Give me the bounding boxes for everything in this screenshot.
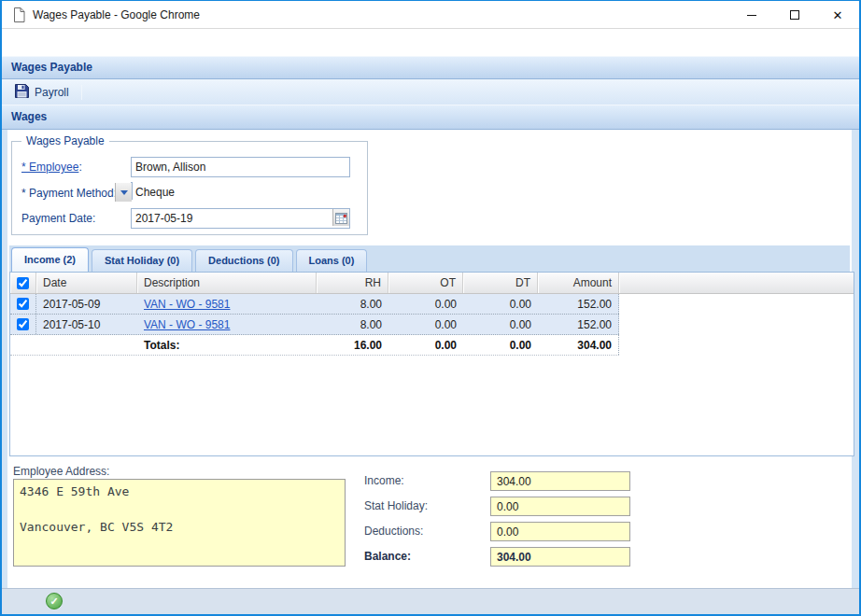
tab-loans[interactable]: Loans (0) [296,249,368,272]
window-controls: ✕ [730,1,859,29]
minimize-icon [747,15,756,16]
payment-date-label: Payment Date: [21,212,132,225]
balance-summary-label: Balance: [364,547,411,567]
section-title: Wages [2,105,859,129]
page-header: Wages Payable [2,56,859,79]
close-button[interactable]: ✕ [816,1,859,29]
deductions-summary-row: Deductions: [364,522,635,541]
column-header-rh[interactable]: RH [317,273,388,293]
window-title: Wages Payable - Google Chrome [33,1,200,29]
column-header-dt[interactable]: DT [463,273,538,293]
payment-method-value: Cheque [135,183,175,202]
deductions-summary-field[interactable] [490,522,630,541]
totals-row: Totals: 16.00 0.00 0.00 304.00 [10,335,619,356]
column-header-amount[interactable]: Amount [538,273,619,293]
tab-stat-holiday[interactable]: Stat Holiday (0) [92,249,192,272]
employee-address-textarea[interactable]: 4346 E 59th Ave Vancouver, BC V5S 4T2 [13,479,346,567]
employee-address-label: Employee Address: [13,465,109,478]
dropdown-trigger-button[interactable] [115,183,132,202]
payroll-button[interactable]: Payroll [8,82,76,103]
stat-holiday-summary-row: Stat Holiday: [364,497,635,516]
row-date: 2017-05-09 [36,294,137,314]
row-checkbox[interactable] [17,298,29,310]
fieldset-legend: Wages Payable [21,134,109,147]
status-bar: ✓ [2,588,859,614]
minimize-button[interactable] [730,1,773,29]
tab-strip: Income (2) Stat Holiday (0) Deductions (… [9,245,850,272]
status-ok-icon: ✓ [46,593,63,609]
payment-method-select[interactable]: Cheque [131,182,133,200]
grid-header-row: Date Description RH OT DT Amount [10,273,854,294]
row-rh: 8.00 [317,294,388,314]
income-grid: Date Description RH OT DT Amount 2017-05… [9,272,854,456]
select-all-cell [10,273,36,293]
totals-dt: 0.00 [463,335,538,355]
work-order-link[interactable]: VAN - WO - 9581 [144,318,230,331]
income-summary-label: Income: [364,471,404,491]
maximize-button[interactable] [773,1,816,29]
tab-deductions[interactable]: Deductions (0) [195,249,292,272]
employee-label: * Employee: [21,161,132,174]
stat-holiday-summary-label: Stat Holiday: [364,497,428,516]
row-amount: 152.00 [538,315,619,334]
save-icon [15,84,29,101]
table-row: 2017-05-09 VAN - WO - 9581 8.00 0.00 0.0… [10,294,619,315]
payment-date-row: Payment Date: [12,208,232,229]
row-dt: 0.00 [463,294,538,314]
employee-input[interactable] [131,157,350,177]
calendar-icon [335,212,347,224]
browser-chrome-strip [2,30,859,56]
balance-summary-row: Balance: [364,547,635,567]
title-bar: Wages Payable - Google Chrome ✕ [2,1,859,29]
row-checkbox[interactable] [17,318,29,330]
content-panel: Wages Payable * Employee: * Payment Meth… [7,130,852,588]
employee-label-colon: : [78,161,81,174]
balance-summary-field[interactable] [490,547,630,567]
payroll-button-label: Payroll [35,86,69,99]
totals-amount: 304.00 [538,335,619,355]
column-header-date[interactable]: Date [36,273,137,293]
toolbar: Payroll [2,79,859,105]
column-header-description[interactable]: Description [137,273,317,293]
totals-label: Totals: [137,335,317,355]
income-summary-row: Income: [364,471,635,491]
page-title: Wages Payable [2,57,859,78]
totals-rh: 16.00 [317,335,388,355]
document-icon [13,7,25,26]
page-body: Wages Payable * Employee: * Payment Meth… [2,130,859,588]
chevron-down-icon [120,190,128,195]
income-summary-field[interactable] [490,471,630,491]
section-header: Wages [2,105,859,130]
stat-holiday-summary-field[interactable] [490,497,630,516]
row-date: 2017-05-10 [36,315,137,334]
row-ot: 0.00 [388,294,463,314]
column-header-filler [619,273,854,293]
column-header-ot[interactable]: OT [388,273,463,293]
chrome-popup-window: Wages Payable - Google Chrome ✕ Wages Pa… [0,0,861,616]
totals-ot: 0.00 [388,335,463,355]
deductions-summary-label: Deductions: [364,522,423,541]
wages-payable-fieldset: Wages Payable * Employee: * Payment Meth… [11,141,368,235]
employee-link[interactable]: * Employee [21,161,78,174]
date-picker-button[interactable] [332,209,349,226]
work-order-link[interactable]: VAN - WO - 9581 [144,298,230,311]
close-icon: ✕ [833,9,843,21]
table-row: 2017-05-10 VAN - WO - 9581 8.00 0.00 0.0… [10,315,619,335]
row-dt: 0.00 [463,315,538,334]
row-amount: 152.00 [538,294,619,314]
toolbar-separator [81,85,82,100]
row-rh: 8.00 [317,315,388,334]
row-ot: 0.00 [388,315,463,334]
payment-date-input[interactable] [131,208,350,229]
maximize-icon [790,10,799,20]
select-all-checkbox[interactable] [17,277,29,289]
tab-income[interactable]: Income (2) [11,247,89,272]
